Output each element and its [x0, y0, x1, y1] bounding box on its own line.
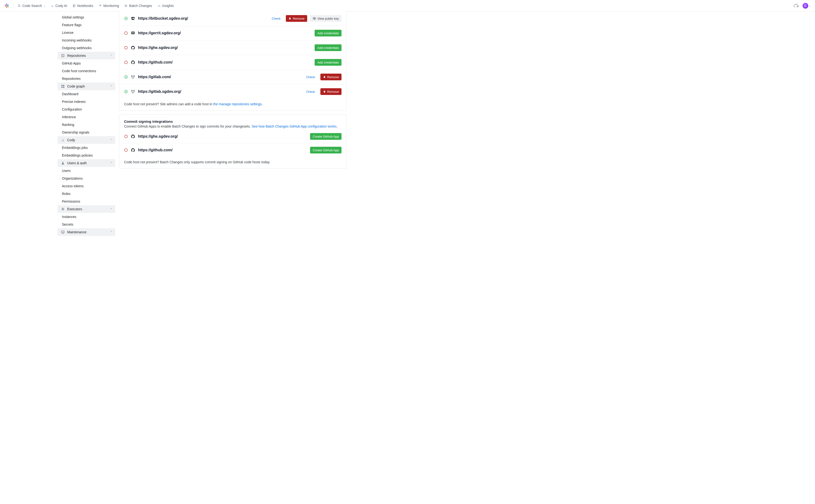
sidebar-item-secrets[interactable]: Secrets: [58, 221, 115, 228]
code-host-url: https://gitlab.com/: [138, 75, 171, 79]
signing-host-list: https://ghe.sgdev.org/Create GitHub Apph…: [119, 130, 346, 157]
sidebar-item-feature-flags[interactable]: Feature flags: [58, 21, 115, 29]
github-icon: [131, 46, 135, 50]
nav-separator: [13, 3, 14, 8]
cody-icon: [51, 4, 54, 7]
nav-monitoring[interactable]: Monitoring: [99, 4, 119, 8]
view-public-key-button[interactable]: View public key: [310, 15, 342, 22]
add-credentials-button[interactable]: Add credentials: [315, 30, 342, 36]
code-host-url: https://ghe.sgdev.org/: [138, 46, 178, 50]
github-icon: [131, 148, 135, 152]
status-missing-icon: [124, 31, 128, 35]
sidebar-item-license[interactable]: License: [58, 29, 115, 36]
code-host-url: https://gerrit.sgdev.org/: [138, 31, 181, 35]
create-github-app-button[interactable]: Create GitHub App: [310, 133, 342, 140]
check-button[interactable]: Check: [304, 74, 318, 80]
sidebar-group-maintenance[interactable]: Maintenance⌃: [58, 228, 115, 236]
sidebar-item-incoming-webhooks[interactable]: Incoming webhooks: [58, 36, 115, 44]
sidebar-item-roles[interactable]: Roles: [58, 190, 115, 198]
code-host-row: https://gitlab.com/CheckRemove: [119, 70, 346, 84]
svg-point-6: [18, 5, 20, 6]
code-host-row: https://bitbucket.sgdev.org/CheckRemoveV…: [119, 11, 346, 26]
sidebar-item-instances[interactable]: Instances: [58, 213, 115, 221]
code-host-url: https://bitbucket.sgdev.org/: [138, 16, 188, 21]
check-button[interactable]: Check: [304, 88, 318, 95]
nav-cody-ai[interactable]: Cody AI: [51, 4, 67, 8]
manage-repositories-link[interactable]: the manage repositories settings: [213, 102, 262, 106]
svg-line-4: [5, 6, 6, 7]
remove-button[interactable]: Remove: [320, 88, 342, 95]
sidebar-item-repositories[interactable]: Repositories: [58, 75, 115, 82]
sidebar-item-configuration[interactable]: Configuration: [58, 105, 115, 113]
sidebar-item-inference[interactable]: Inference: [58, 113, 115, 121]
maint-icon: [61, 230, 65, 234]
chevron-up-icon: ⌃: [110, 85, 112, 88]
status-ok-icon: [124, 17, 128, 20]
svg-point-37: [124, 61, 127, 64]
sidebar-item-outgoing-webhooks[interactable]: Outgoing webhooks: [58, 44, 115, 52]
svg-rect-35: [133, 32, 134, 34]
svg-rect-34: [132, 32, 133, 34]
chevron-down-icon: ⌄: [43, 4, 45, 7]
status-missing-icon: [124, 46, 128, 50]
gitlab-icon: [131, 89, 135, 94]
sidebar-item-ranking[interactable]: Ranking: [58, 121, 115, 129]
remove-button[interactable]: Remove: [286, 15, 307, 22]
gitlab-icon: [131, 75, 135, 79]
search-icon: [18, 4, 21, 7]
nav-insights[interactable]: Insights: [157, 4, 174, 8]
user-menu[interactable]: C ⌄: [803, 3, 811, 9]
remove-button[interactable]: Remove: [320, 74, 342, 80]
github-icon: [131, 134, 135, 139]
sidebar-item-dashboard[interactable]: Dashboard: [58, 90, 115, 98]
cloud-sync-icon[interactable]: [793, 3, 799, 8]
svg-rect-17: [62, 54, 64, 57]
code-hosts-card: https://bitbucket.sgdev.org/CheckRemoveV…: [119, 11, 347, 111]
sidebar-item-github-apps[interactable]: GitHub Apps: [58, 59, 115, 67]
sidebar-group-repositories[interactable]: Repositories⌃: [58, 52, 115, 59]
svg-rect-33: [131, 32, 135, 34]
sidebar-group-users-auth[interactable]: Users & auth⌃: [58, 159, 115, 167]
svg-point-24: [63, 139, 64, 140]
sidebar-item-code-host-connections[interactable]: Code host connections: [58, 67, 115, 75]
sidebar-item-permissions[interactable]: Permissions: [58, 198, 115, 205]
sidebar-item-organizations[interactable]: Organizations: [58, 175, 115, 182]
logo[interactable]: [4, 3, 10, 9]
chevron-down-icon: ⌄: [809, 4, 811, 7]
sidebar-item-embeddings-policies[interactable]: Embeddings policies: [58, 152, 115, 159]
sidebar-group-code-graph[interactable]: Code graph⌃: [58, 82, 115, 90]
svg-point-23: [64, 87, 64, 88]
sidebar-item-precise-indexes[interactable]: Precise indexes: [58, 98, 115, 105]
sidebar-item-users[interactable]: Users: [58, 167, 115, 175]
nav-items: Code Search⌄Cody AINotebooksMonitoringBa…: [18, 4, 174, 8]
svg-point-20: [62, 85, 62, 86]
signing-host-row: https://ghe.sgdev.org/Create GitHub App: [119, 130, 346, 143]
code-host-list: https://bitbucket.sgdev.org/CheckRemoveV…: [119, 11, 346, 99]
monitor-icon: [99, 4, 102, 7]
commit-signing-doc-link[interactable]: See how Batch Changes GitHub App configu…: [252, 124, 338, 128]
code-host-row: https://ghe.sgdev.org/Add credentials: [119, 41, 346, 55]
sidebar-item-ownership-signals[interactable]: Ownership signals: [58, 129, 115, 136]
code-host-url: https://github.com/: [138, 60, 172, 64]
chevron-up-icon: ⌃: [110, 231, 112, 234]
commit-signing-note: Code host not present? Batch Changes onl…: [119, 157, 346, 168]
create-github-app-button[interactable]: Create GitHub App: [310, 147, 342, 153]
nav-notebooks[interactable]: Notebooks: [72, 4, 93, 8]
check-button[interactable]: Check: [269, 15, 283, 22]
sidebar-item-access-tokens[interactable]: Access tokens: [58, 182, 115, 190]
sidebar-item-embeddings-jobs[interactable]: Embeddings jobs: [58, 144, 115, 152]
add-credentials-button[interactable]: Add credentials: [315, 59, 342, 66]
batch-icon: [124, 4, 128, 7]
sidebar-item-global-settings[interactable]: Global settings: [58, 13, 115, 21]
sidebar-group-executors[interactable]: Executors⌃: [58, 205, 115, 213]
nav-code-search[interactable]: Code Search⌄: [18, 4, 45, 8]
svg-point-19: [62, 56, 63, 56]
nav-batch-changes[interactable]: Batch Changes: [124, 4, 152, 8]
sidebar-group-cody[interactable]: Cody⌃: [58, 136, 115, 144]
add-credentials-button[interactable]: Add credentials: [315, 44, 342, 51]
svg-point-8: [53, 5, 53, 6]
main-content: https://bitbucket.sgdev.org/CheckRemoveV…: [115, 12, 350, 236]
svg-point-31: [314, 18, 315, 19]
bitbucket-icon: [131, 16, 135, 21]
signing-host-url: https://github.com/: [138, 148, 172, 152]
